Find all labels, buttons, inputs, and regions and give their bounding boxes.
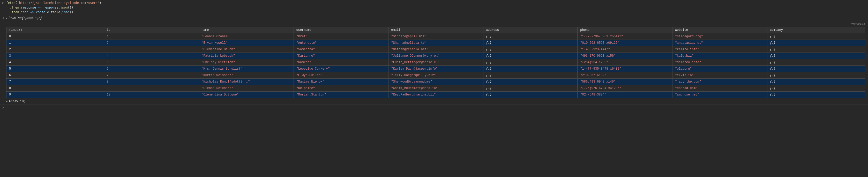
cell-idx: 5 <box>6 65 104 72</box>
cell-company[interactable]: {…} <box>767 39 865 46</box>
expand-arrow-icon[interactable]: ▶ <box>6 16 7 20</box>
cell-address[interactable]: {…} <box>483 53 577 59</box>
cell-username: "Antonette" <box>293 39 389 46</box>
console-prompt[interactable]: > <box>0 105 868 111</box>
cell-email: "Sincere@april.biz" <box>389 33 484 39</box>
cell-id: 7 <box>104 72 199 79</box>
table-row[interactable]: 45"Chelsey Dietrich""Kamren""Lucio_Hetti… <box>6 59 865 65</box>
cell-idx: 6 <box>6 72 104 79</box>
cell-id: 3 <box>104 46 199 53</box>
cell-idx: 7 <box>6 79 104 85</box>
cell-email: "Rey.Padberg@karina.biz" <box>389 91 484 98</box>
cell-idx: 9 <box>6 91 104 98</box>
cell-username: "Moriah.Stanton" <box>293 91 389 98</box>
array-summary[interactable]: ▶ Array(10) <box>0 98 868 105</box>
cell-username: "Elwyn.Skiles" <box>293 72 389 79</box>
col-company[interactable]: company <box>767 27 865 33</box>
input-code[interactable]: fetch('https://jsonplaceholder.typicode.… <box>6 1 101 14</box>
cell-email: "Julianne.OConner@kory.o…" <box>389 53 484 59</box>
col-index[interactable]: (index) <box>6 27 104 33</box>
table-row[interactable]: 56"Mrs. Dennis Schulist""Leopoldo_Corker… <box>6 65 865 72</box>
cell-company[interactable]: {…} <box>767 91 865 98</box>
col-id[interactable]: id <box>104 27 199 33</box>
cell-website: "kale.biz" <box>672 53 767 59</box>
cell-website: "hildegard.org" <box>672 33 767 39</box>
cell-email: "Nathan@yesenia.net" <box>389 46 484 53</box>
promise-state: <pending> <box>24 16 40 21</box>
cell-username: "Samantha" <box>293 46 389 53</box>
console-table: (index) id name username email address p… <box>0 27 868 98</box>
cell-address[interactable]: {…} <box>483 79 577 85</box>
cell-idx: 4 <box>6 59 104 65</box>
vm-source-link[interactable]: VM4091:3 <box>0 21 868 27</box>
expand-arrow-icon[interactable]: ▶ <box>6 99 8 103</box>
cell-company[interactable]: {…} <box>767 59 865 65</box>
cell-phone: "(775)976-6794 x41206" <box>578 85 673 91</box>
cell-name: "Mrs. Dennis Schulist" <box>199 65 294 72</box>
cell-company[interactable]: {…} <box>767 46 865 53</box>
col-email[interactable]: email <box>389 27 484 33</box>
table-row[interactable]: 910"Clementina DuBuque""Moriah.Stanton""… <box>6 91 865 98</box>
table-row[interactable]: 78"Nicholas Runolfsdottir …""Maxime_Nien… <box>6 79 865 85</box>
cell-website: "demarco.info" <box>672 59 767 65</box>
cell-phone: "1-770-736-8031 x56442" <box>578 33 673 39</box>
cell-idx: 2 <box>6 46 104 53</box>
cell-name: "Clementina DuBuque" <box>199 91 294 98</box>
cell-email: "Shanna@melissa.tv" <box>389 39 484 46</box>
cell-company[interactable]: {…} <box>767 65 865 72</box>
col-name[interactable]: name <box>199 27 294 33</box>
cell-address[interactable]: {…} <box>483 39 577 46</box>
cell-name: "Ervin Howell" <box>199 39 294 46</box>
col-phone[interactable]: phone <box>578 27 673 33</box>
cell-address[interactable]: {…} <box>483 59 577 65</box>
cell-website: "anastasia.net" <box>672 39 767 46</box>
cell-website: "jacynthe.com" <box>672 79 767 85</box>
col-username[interactable]: username <box>293 27 389 33</box>
cell-address[interactable]: {…} <box>483 91 577 98</box>
cell-username: "Bret" <box>293 33 389 39</box>
cell-phone: "586.493.6943 x140" <box>578 79 673 85</box>
cell-username: "Maxime_Nienow" <box>293 79 389 85</box>
table-row[interactable]: 67"Kurtis Weissnat""Elwyn.Skiles""Telly.… <box>6 72 865 79</box>
table-row[interactable]: 23"Clementine Bauch""Samantha""Nathan@ye… <box>6 46 865 53</box>
cell-address[interactable]: {…} <box>483 85 577 91</box>
cell-website: "ola.org" <box>672 65 767 72</box>
cell-address[interactable]: {…} <box>483 33 577 39</box>
cell-idx: 1 <box>6 39 104 46</box>
cell-address[interactable]: {…} <box>483 72 577 79</box>
cell-phone: "210.067.6132" <box>578 72 673 79</box>
array-label: Array(10) <box>9 99 26 104</box>
cell-website: "conrad.com" <box>672 85 767 91</box>
table-row[interactable]: 89"Glenna Reichert""Delphine""Chaim_McDe… <box>6 85 865 91</box>
cell-email: "Karley_Dach@jasper.info" <box>389 65 484 72</box>
cell-phone: "1-463-123-4447" <box>578 46 673 53</box>
table-header-row: (index) id name username email address p… <box>6 27 865 33</box>
cell-company[interactable]: {…} <box>767 79 865 85</box>
cell-company[interactable]: {…} <box>767 85 865 91</box>
table-row[interactable]: 12"Ervin Howell""Antonette""Shanna@melis… <box>6 39 865 46</box>
prompt-marker-icon: > <box>2 106 4 110</box>
cell-id: 8 <box>104 79 199 85</box>
result-marker-icon: < <box>2 16 4 21</box>
cell-company[interactable]: {…} <box>767 53 865 59</box>
cell-username: "Leopoldo_Corkery" <box>293 65 389 72</box>
cell-phone: "1-477-935-8478 x6430" <box>578 65 673 72</box>
cell-company[interactable]: {…} <box>767 33 865 39</box>
table-row[interactable]: 01"Leanne Graham""Bret""Sincere@april.bi… <box>6 33 865 39</box>
promise-result-line[interactable]: < ▶ Promise { <pending> } <box>0 15 868 21</box>
cell-email: "Lucio_Hettinger@annie.c…" <box>389 59 484 65</box>
cell-address[interactable]: {…} <box>483 65 577 72</box>
cell-phone: "493-170-9623 x156" <box>578 53 673 59</box>
table-row[interactable]: 34"Patricia Lebsack""Karianne""Julianne.… <box>6 53 865 59</box>
cell-name: "Glenna Reichert" <box>199 85 294 91</box>
cell-email: "Telly.Hoeger@billy.biz" <box>389 72 484 79</box>
cell-email: "Sherwood@rosamond.me" <box>389 79 484 85</box>
cell-name: "Clementine Bauch" <box>199 46 294 53</box>
cell-address[interactable]: {…} <box>483 46 577 53</box>
cell-website: "ramiro.info" <box>672 46 767 53</box>
col-website[interactable]: website <box>672 27 767 33</box>
col-address[interactable]: address <box>483 27 577 33</box>
cell-company[interactable]: {…} <box>767 72 865 79</box>
cell-idx: 0 <box>6 33 104 39</box>
cell-username: "Karianne" <box>293 53 389 59</box>
